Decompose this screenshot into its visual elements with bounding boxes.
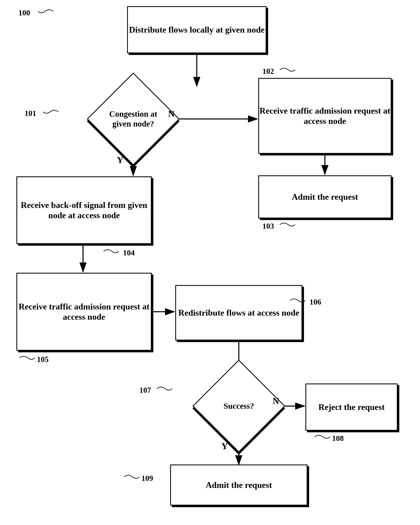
curly-100 <box>37 6 57 16</box>
node-101: Congestion at given node? <box>100 86 166 152</box>
y-label-2: Y <box>221 441 228 451</box>
curly-101 <box>42 107 63 117</box>
diagram: Distribute flows locally at given node 1… <box>0 0 420 525</box>
node-104: Receive back-off signal from given node … <box>16 176 152 244</box>
label-102: 102 <box>262 67 274 76</box>
node-100: Distribute flows locally at given node <box>127 6 266 53</box>
curly-108 <box>314 432 334 442</box>
label-107: 107 <box>139 385 151 394</box>
diamond-107-text: Success? <box>213 401 265 411</box>
curly-107 <box>156 384 176 394</box>
node-105: Receive traffic admission request at acc… <box>16 273 152 351</box>
label-103: 103 <box>262 222 274 231</box>
node-108: Reject the request <box>305 384 398 431</box>
n-label-2: N <box>273 396 279 406</box>
node-107: Success? <box>206 373 272 439</box>
n-label-1: N <box>168 109 175 119</box>
label-101: 101 <box>25 109 36 118</box>
node-109: Admit the request <box>170 465 308 506</box>
label-104: 104 <box>123 248 135 257</box>
node-102: Receive traffic admission request at acc… <box>258 78 392 154</box>
curly-104 <box>102 246 123 256</box>
y-label-1: Y <box>117 155 123 165</box>
diamond-101-text: Congestion at given node? <box>108 109 159 129</box>
curly-102 <box>279 65 299 75</box>
label-100: 100 <box>18 8 30 17</box>
curly-103 <box>279 219 299 230</box>
curly-106 <box>289 295 310 306</box>
node-106: Redistribute flows at access node <box>175 285 302 340</box>
node-103: Admit the request <box>258 175 392 218</box>
curly-105 <box>18 353 39 363</box>
curly-109 <box>123 472 144 482</box>
label-106: 106 <box>310 297 321 306</box>
